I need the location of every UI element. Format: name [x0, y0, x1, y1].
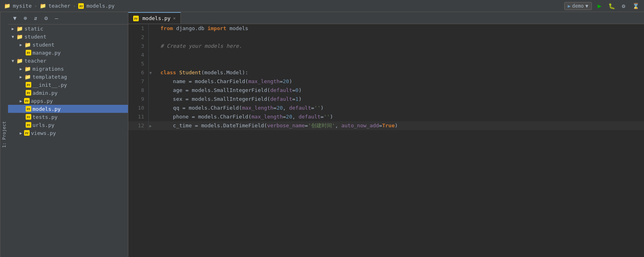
label-init-py: __init__.py	[32, 82, 67, 88]
toolbar-right: ▶ demo ▼ ▶ 🐛 ⚙ ⌛	[564, 2, 640, 10]
py-icon-title: py	[78, 3, 84, 9]
line-content-6[interactable]: class Student(models.Model):	[156, 68, 644, 77]
tree-item-templatetag[interactable]: ▶ 📁 templatetag	[8, 73, 128, 81]
folder-icon-migrations: 📁	[24, 65, 31, 72]
breadcrumb: 📁 mysite › 📁 teacher › py models.py	[4, 3, 115, 9]
profile-button[interactable]: ⚙	[619, 2, 628, 10]
gutter-1	[148, 24, 156, 33]
line-num-3: 3	[128, 42, 148, 51]
tree-item-student-inner[interactable]: ▶ 📁 student	[8, 41, 128, 49]
tree-item-manage-py[interactable]: py manage.py	[8, 49, 128, 57]
arrow-student-inner: ▶	[18, 41, 24, 48]
arrow-tests	[19, 114, 26, 120]
breadcrumb-file[interactable]: models.py	[86, 3, 114, 9]
label-student-inner: student	[32, 42, 55, 48]
line-content-12[interactable]: c_time = models.DateTimeField(verbose_na…	[156, 121, 644, 130]
tree-item-admin-py[interactable]: py admin.py	[8, 89, 128, 97]
code-line-4: 4	[128, 51, 644, 59]
label-tests-py: tests.py	[32, 114, 58, 120]
sidebar-collapse-icon[interactable]: ▼	[10, 14, 19, 22]
code-line-8: 8 age = models.SmallIntegerField(default…	[128, 86, 644, 95]
arrow-static: ▶	[10, 25, 16, 32]
gutter-3	[148, 42, 156, 51]
label-manage-py: manage.py	[32, 50, 61, 56]
sidebar-sort-icon[interactable]: ⇵	[31, 14, 40, 22]
line-content-10[interactable]: qq = models.CharField(max_length=20, def…	[156, 104, 644, 112]
demo-label: demo	[572, 3, 584, 9]
line-num-2: 2	[128, 33, 148, 42]
line-content-1[interactable]: from django.db import models	[156, 24, 644, 33]
mysite-folder-icon: 📁	[4, 3, 10, 9]
gutter-11	[148, 112, 156, 121]
tab-close-button[interactable]: ✕	[173, 16, 176, 21]
tree-item-tests-py[interactable]: py tests.py	[8, 113, 128, 121]
label-teacher: teacher	[24, 58, 47, 64]
line-num-4: 4	[128, 51, 148, 59]
tree-item-views-py[interactable]: ▶ py views.py	[8, 129, 128, 137]
demo-button[interactable]: ▶ demo ▼	[564, 2, 592, 10]
debug-button[interactable]: 🐛	[607, 2, 616, 10]
run-button[interactable]: ▶	[595, 2, 604, 10]
breadcrumb-teacher[interactable]: teacher	[49, 3, 71, 9]
tree-item-teacher[interactable]: ▼ 📁 teacher	[8, 57, 128, 65]
code-line-11: 11 phone = models.CharField(max_length=2…	[128, 112, 644, 121]
label-apps-py: apps.py	[31, 98, 53, 104]
sidebar-settings-icon[interactable]: ⚙	[42, 14, 51, 22]
arrow-teacher: ▼	[10, 57, 16, 64]
py-icon-tests: py	[26, 114, 31, 120]
arrow-views: ▶	[18, 130, 24, 136]
folder-icon-teacher: 📁	[16, 57, 23, 64]
line-content-11[interactable]: phone = models.CharField(max_length=20, …	[156, 112, 644, 121]
label-student: student	[24, 34, 47, 40]
line-content-4[interactable]	[156, 51, 644, 59]
tree-item-student[interactable]: ▼ 📁 student	[8, 33, 128, 41]
arrow-migrations: ▶	[18, 65, 24, 72]
file-tree: ▼ ⊕ ⇵ ⚙ — ▶ 📁 static ▼ 📁 student ▶	[8, 12, 128, 257]
arrow-admin	[19, 90, 26, 96]
py-icon-apps: py	[24, 98, 30, 104]
breadcrumb-mysite[interactable]: mysite	[13, 3, 32, 9]
tab-models-py[interactable]: py models.py ✕	[128, 12, 181, 24]
teacher-folder-icon: 📁	[40, 3, 46, 9]
sidebar-minimize-icon[interactable]: —	[52, 14, 61, 22]
code-line-1: 1 from django.db import models	[128, 24, 644, 33]
tab-py-icon: py	[133, 16, 139, 21]
demo-dropdown-icon[interactable]: ▼	[585, 3, 588, 9]
line-content-5[interactable]	[156, 59, 644, 68]
folder-icon-templatetag: 📁	[24, 73, 31, 80]
gutter-10	[148, 104, 156, 112]
line-content-7[interactable]: name = models.CharField(max_length=20)	[156, 77, 644, 86]
code-line-10: 10 qq = models.CharField(max_length=20, …	[128, 104, 644, 112]
py-icon-admin: py	[26, 90, 31, 96]
code-line-6: 6 ▼ class Student(models.Model):	[128, 68, 644, 77]
line-num-11: 11	[128, 112, 148, 121]
arrow-templatetag: ▶	[18, 73, 24, 80]
folder-icon-student: 📁	[16, 33, 23, 40]
breadcrumb-sep1: ›	[34, 3, 37, 9]
gutter-6: ▼	[148, 68, 156, 77]
arrow-manage	[19, 49, 26, 56]
line-content-3[interactable]: # Create your models here.	[156, 42, 644, 51]
tree-item-migrations[interactable]: ▶ 📁 migrations	[8, 65, 128, 73]
tree-item-urls-py[interactable]: py urls.py	[8, 121, 128, 129]
tree-item-init-py[interactable]: py __init__.py	[8, 81, 128, 89]
py-icon-models: py	[26, 106, 31, 112]
tree-item-apps-py[interactable]: ▶ py apps.py	[8, 97, 128, 105]
coverage-button[interactable]: ⌛	[631, 2, 640, 10]
line-content-2[interactable]	[156, 33, 644, 42]
project-panel-label[interactable]: 1: Project	[0, 12, 8, 257]
arrow-apps: ▶	[18, 98, 24, 104]
tree-item-static[interactable]: ▶ 📁 static	[8, 24, 128, 33]
code-table: 1 from django.db import models 2 3	[128, 24, 644, 130]
code-line-12: 12 ▶ c_time = models.DateTimeField(verbo…	[128, 121, 644, 130]
code-editor[interactable]: 1 from django.db import models 2 3	[128, 24, 644, 257]
line-num-6: 6	[128, 68, 148, 77]
fold-icon-6[interactable]: ▼	[150, 71, 152, 75]
py-icon-manage: py	[26, 50, 31, 55]
line-content-8[interactable]: age = models.SmallIntegerField(default=0…	[156, 86, 644, 95]
label-templatetag: templatetag	[32, 74, 67, 80]
gutter-9	[148, 95, 156, 104]
sidebar-add-icon[interactable]: ⊕	[21, 14, 30, 22]
tree-item-models-py[interactable]: py models.py	[8, 105, 128, 113]
line-content-9[interactable]: sex = models.SmallIntegerField(default=1…	[156, 95, 644, 104]
